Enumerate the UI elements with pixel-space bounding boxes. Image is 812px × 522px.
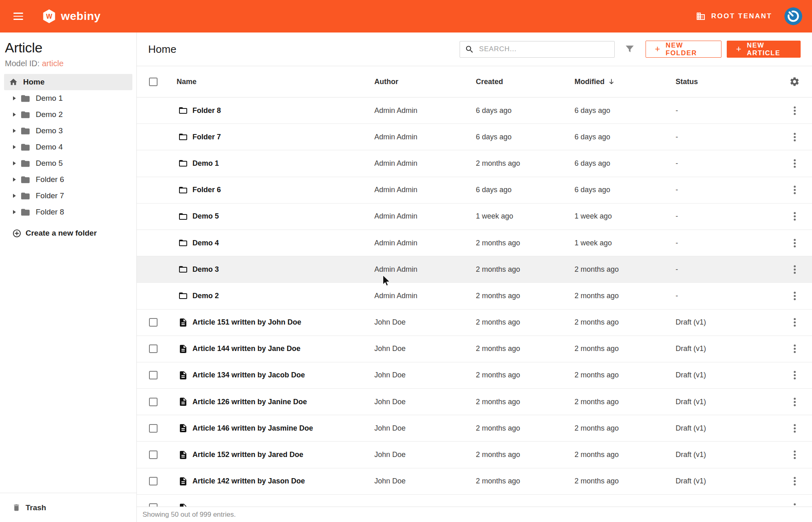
row-menu-button[interactable] (790, 395, 799, 409)
row-name: Folder 6 (192, 186, 221, 194)
row-menu-button[interactable] (790, 236, 799, 250)
table-row[interactable]: Article 151 written by John DoeJohn Doe2… (137, 310, 812, 336)
sidebar-folder-item[interactable]: Folder 7 (4, 188, 132, 204)
breadcrumb: Home (148, 43, 176, 56)
row-menu-button[interactable] (790, 315, 799, 329)
row-name: Article 126 written by Janine Doe (192, 398, 307, 406)
row-menu-button[interactable] (790, 183, 799, 197)
row-checkbox[interactable] (149, 451, 158, 459)
chevron-right-icon[interactable] (13, 145, 16, 149)
row-name: Folder 7 (192, 133, 221, 141)
row-checkbox[interactable] (149, 398, 158, 406)
row-name: Demo 3 (192, 265, 219, 274)
row-name-cell: Article 142 written by Jason Doe (173, 477, 374, 486)
table-row[interactable]: Article 146 written by Jasmine DoeJohn D… (137, 415, 812, 442)
model-id-link[interactable]: article (42, 59, 63, 68)
table-row[interactable]: Folder 8Admin Admin6 days ago6 days ago- (137, 97, 812, 124)
row-checkbox[interactable] (149, 424, 158, 433)
row-created: 2 months ago (476, 398, 520, 406)
sidebar-folder-item[interactable]: Demo 2 (4, 106, 132, 123)
row-checkbox[interactable] (149, 371, 158, 379)
row-modified: 1 week ago (574, 239, 612, 247)
create-folder-button[interactable]: Create a new folder (4, 225, 132, 241)
create-folder-label: Create a new folder (26, 229, 97, 238)
sidebar-folder-item[interactable]: Folder 8 (4, 204, 132, 220)
row-menu-button[interactable] (790, 289, 799, 303)
chevron-right-icon[interactable] (13, 161, 16, 165)
folder-icon (178, 291, 188, 301)
article-icon (178, 344, 188, 354)
chevron-right-icon[interactable] (13, 194, 16, 198)
table-row[interactable]: Folder 7Admin Admin6 days ago6 days ago- (137, 124, 812, 150)
new-folder-button[interactable]: + NEW FOLDER (646, 41, 721, 58)
row-menu-button[interactable] (790, 474, 799, 488)
row-author: Admin Admin (374, 212, 417, 220)
sidebar-folder-item[interactable]: Folder 6 (4, 171, 132, 188)
row-menu-button[interactable] (790, 104, 799, 118)
row-menu-button[interactable] (790, 130, 799, 144)
row-status: Draft (v1) (676, 371, 706, 379)
row-status: - (676, 212, 678, 220)
webiny-logo[interactable]: W webiny (43, 9, 101, 24)
row-menu-button[interactable] (790, 421, 799, 435)
table-row[interactable]: Demo 3Admin Admin2 months ago2 months ag… (137, 256, 812, 283)
column-header-author[interactable]: Author (374, 78, 476, 86)
row-menu-button[interactable] (790, 209, 799, 223)
chevron-right-icon[interactable] (13, 129, 16, 133)
sidebar-item-label: Demo 5 (36, 159, 63, 168)
table-row[interactable]: Demo 4Admin Admin2 months ago1 week ago- (137, 230, 812, 256)
select-all-checkbox[interactable] (149, 78, 158, 86)
column-header-created[interactable]: Created (476, 78, 574, 86)
article-icon (178, 370, 188, 380)
search-input[interactable] (479, 45, 610, 53)
new-article-button[interactable]: + NEW ARTICLE (727, 41, 801, 58)
row-author: John Doe (374, 398, 406, 406)
column-header-status[interactable]: Status (676, 78, 777, 86)
table-row[interactable]: Article 142 written by Jason DoeJohn Doe… (137, 468, 812, 495)
main-content: Home + NEW FOLDER + NEW ARTICLE (137, 32, 812, 522)
entries-summary: Showing 50 out of 999 entries. (143, 511, 236, 519)
table-row[interactable]: Demo 2Admin Admin2 months ago2 months ag… (137, 283, 812, 309)
table-row[interactable]: Article 134 written by Jacob DoeJohn Doe… (137, 362, 812, 389)
filter-button[interactable] (624, 44, 635, 54)
row-menu-button[interactable] (790, 448, 799, 462)
row-menu-button[interactable] (790, 368, 799, 382)
folder-icon (178, 158, 188, 168)
table-row[interactable]: Demo 1Admin Admin2 months ago6 days ago- (137, 150, 812, 177)
sidebar-folder-item[interactable]: Demo 4 (4, 139, 132, 155)
sidebar-folder-item[interactable]: Demo 3 (4, 123, 132, 139)
row-author: John Doe (374, 451, 406, 459)
chevron-right-icon[interactable] (13, 178, 16, 182)
tenant-selector[interactable]: ROOT TENANT (696, 11, 772, 21)
chevron-right-icon[interactable] (13, 96, 16, 100)
table-row[interactable]: Demo 5Admin Admin1 week ago1 week ago- (137, 204, 812, 230)
building-icon (696, 11, 706, 21)
folder-icon (20, 191, 30, 201)
app-window: W webiny ROOT TENANT Article Model ID: a… (0, 0, 812, 522)
hamburger-menu-icon[interactable] (13, 13, 23, 20)
table-row[interactable]: Article 144 written by Jane DoeJohn Doe2… (137, 336, 812, 362)
row-menu-button[interactable] (790, 342, 799, 356)
sidebar-item-home[interactable]: Home (4, 74, 132, 90)
column-header-name[interactable]: Name (173, 78, 374, 86)
chevron-right-icon[interactable] (13, 210, 16, 214)
sidebar-item-label: Demo 4 (36, 143, 63, 152)
table-settings-button[interactable] (777, 76, 812, 87)
row-menu-button[interactable] (790, 262, 799, 277)
row-menu-button[interactable] (790, 156, 799, 171)
row-checkbox[interactable] (149, 344, 158, 353)
chevron-right-icon[interactable] (13, 113, 16, 117)
table-row[interactable]: Article 152 written by Jared DoeJohn Doe… (137, 442, 812, 468)
sidebar-item-label: Folder 7 (36, 191, 64, 200)
row-checkbox[interactable] (149, 318, 158, 327)
table-row[interactable]: Folder 6Admin Admin6 days ago6 days ago- (137, 177, 812, 204)
row-checkbox[interactable] (149, 477, 158, 485)
table-row[interactable]: Article 126 written by Janine DoeJohn Do… (137, 389, 812, 415)
user-avatar[interactable] (784, 7, 802, 25)
sidebar-folder-item[interactable]: Demo 1 (4, 90, 132, 106)
row-modified: 2 months ago (574, 292, 619, 300)
column-header-modified[interactable]: Modified (574, 78, 676, 86)
sidebar-folder-item[interactable]: Demo 5 (4, 155, 132, 171)
trash-section[interactable]: Trash (0, 493, 136, 522)
webiny-hexagon-icon: W (43, 9, 56, 24)
